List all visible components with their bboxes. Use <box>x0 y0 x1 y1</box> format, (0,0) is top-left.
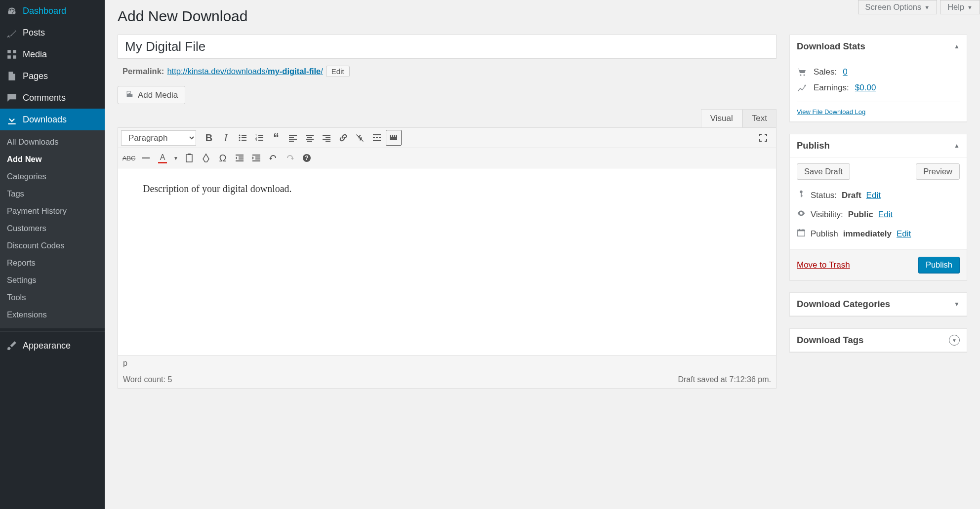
sidebar-item-appearance[interactable]: Appearance <box>0 335 105 356</box>
permalink-row: Permalink: http://kinsta.dev/downloads/m… <box>118 59 776 86</box>
special-char-button[interactable]: Ω <box>215 150 231 166</box>
redo-button[interactable] <box>282 150 298 166</box>
text-color-picker[interactable]: ▼ <box>171 150 180 166</box>
submenu-tags[interactable]: Tags <box>0 185 105 202</box>
align-left-button[interactable] <box>285 130 301 146</box>
link-button[interactable] <box>335 130 351 146</box>
submenu-extensions[interactable]: Extensions <box>0 306 105 323</box>
submenu-customers[interactable]: Customers <box>0 220 105 237</box>
svg-rect-45 <box>252 160 260 161</box>
outdent-button[interactable] <box>232 150 247 166</box>
svg-rect-26 <box>376 137 378 138</box>
sidebar-item-downloads[interactable]: Downloads <box>0 109 105 130</box>
svg-rect-13 <box>289 137 294 138</box>
submenu-settings[interactable]: Settings <box>0 272 105 289</box>
sidebar-item-posts[interactable]: Posts <box>0 22 105 43</box>
svg-rect-19 <box>307 141 312 142</box>
indent-button[interactable] <box>248 150 264 166</box>
sidebar-item-pages[interactable]: Pages <box>0 65 105 87</box>
svg-rect-40 <box>239 158 244 159</box>
tags-heading[interactable]: Download Tags▼ <box>790 329 967 352</box>
screen-options-button[interactable]: Screen Options▼ <box>858 0 938 14</box>
svg-point-50 <box>805 85 806 86</box>
text-color-button[interactable]: A <box>155 150 170 166</box>
earnings-value-link[interactable]: $0.00 <box>855 83 876 93</box>
fullscreen-button[interactable] <box>755 130 771 146</box>
hr-button[interactable] <box>138 150 154 166</box>
sidebar-item-dashboard[interactable]: Dashboard <box>0 0 105 22</box>
page-icon <box>6 70 18 82</box>
download-tags-box: Download Tags▼ <box>789 328 967 352</box>
svg-rect-24 <box>373 134 381 135</box>
svg-rect-14 <box>289 139 297 140</box>
submenu-payment-history[interactable]: Payment History <box>0 202 105 220</box>
comment-icon <box>6 92 18 104</box>
unlink-button[interactable] <box>352 130 368 146</box>
expand-icon: ▼ <box>949 335 960 346</box>
publish-heading[interactable]: Publish▲ <box>790 134 967 157</box>
submenu-tools[interactable]: Tools <box>0 289 105 306</box>
submenu-discount-codes[interactable]: Discount Codes <box>0 237 105 254</box>
publish-schedule-edit-link[interactable]: Edit <box>897 229 911 239</box>
number-list-button[interactable]: 123 <box>251 130 267 146</box>
page-title: Add New Download <box>118 0 967 35</box>
media-icon <box>6 48 18 60</box>
submenu-all-downloads[interactable]: All Downloads <box>0 133 105 151</box>
svg-rect-9 <box>258 137 263 138</box>
italic-button[interactable]: I <box>218 130 234 146</box>
submenu-categories[interactable]: Categories <box>0 168 105 185</box>
save-draft-button[interactable]: Save Draft <box>797 163 850 180</box>
sidebar-label: Media <box>23 49 47 60</box>
add-media-button[interactable]: Add Media <box>118 86 185 104</box>
brush-icon <box>6 340 18 352</box>
move-to-trash-link[interactable]: Move to Trash <box>797 260 850 270</box>
sidebar-item-comments[interactable]: Comments <box>0 87 105 109</box>
bullet-list-button[interactable] <box>235 130 250 146</box>
submenu-add-new[interactable]: Add New <box>0 151 105 168</box>
svg-rect-20 <box>323 135 330 136</box>
collapse-icon: ▲ <box>954 142 960 149</box>
format-select[interactable]: Paragraph <box>121 130 196 146</box>
bold-button[interactable]: B <box>201 130 217 146</box>
paste-text-button[interactable] <box>181 150 197 166</box>
cart-icon <box>797 67 808 77</box>
stats-heading[interactable]: Download Stats▲ <box>790 35 967 58</box>
chart-icon <box>797 83 808 93</box>
strikethrough-button[interactable]: ABC <box>121 150 137 166</box>
toolbar-toggle-button[interactable] <box>386 130 402 146</box>
editor-content[interactable]: Description of your digital download. <box>118 168 776 356</box>
quote-button[interactable]: “ <box>268 130 284 146</box>
status-edit-link[interactable]: Edit <box>866 191 881 200</box>
clear-format-button[interactable] <box>198 150 214 166</box>
visibility-edit-link[interactable]: Edit <box>878 210 893 220</box>
sidebar-item-media[interactable]: Media <box>0 43 105 65</box>
post-title-input[interactable] <box>118 35 776 59</box>
editor-tab-visual[interactable]: Visual <box>701 109 742 127</box>
align-right-button[interactable] <box>319 130 334 146</box>
dashboard-icon <box>6 5 18 17</box>
help-button[interactable]: Help▼ <box>940 0 980 14</box>
submenu-reports[interactable]: Reports <box>0 254 105 272</box>
help-button[interactable]: ? <box>299 150 315 166</box>
svg-rect-39 <box>239 157 244 157</box>
earnings-label: Earnings: <box>814 83 849 93</box>
svg-rect-38 <box>236 155 244 156</box>
permalink-edit-button[interactable]: Edit <box>326 66 350 77</box>
editor-tab-text[interactable]: Text <box>742 109 776 127</box>
svg-rect-44 <box>255 158 260 159</box>
permalink-link[interactable]: http://kinsta.dev/downloads/my-digital-f… <box>167 67 323 76</box>
svg-rect-1 <box>242 135 246 136</box>
read-more-button[interactable] <box>369 130 385 146</box>
svg-rect-35 <box>142 157 150 158</box>
publish-schedule-value: immediately <box>843 229 892 239</box>
undo-button[interactable] <box>265 150 281 166</box>
align-center-button[interactable] <box>302 130 318 146</box>
sales-value-link[interactable]: 0 <box>843 67 847 77</box>
svg-rect-25 <box>373 137 375 138</box>
editor-toolbar-2: ABC A ▼ Ω ? <box>118 148 776 168</box>
publish-button[interactable]: Publish <box>918 257 960 273</box>
preview-button[interactable]: Preview <box>916 163 960 180</box>
svg-rect-32 <box>396 135 397 137</box>
categories-heading[interactable]: Download Categories▼ <box>790 293 967 316</box>
view-log-link[interactable]: View File Download Log <box>797 108 865 116</box>
